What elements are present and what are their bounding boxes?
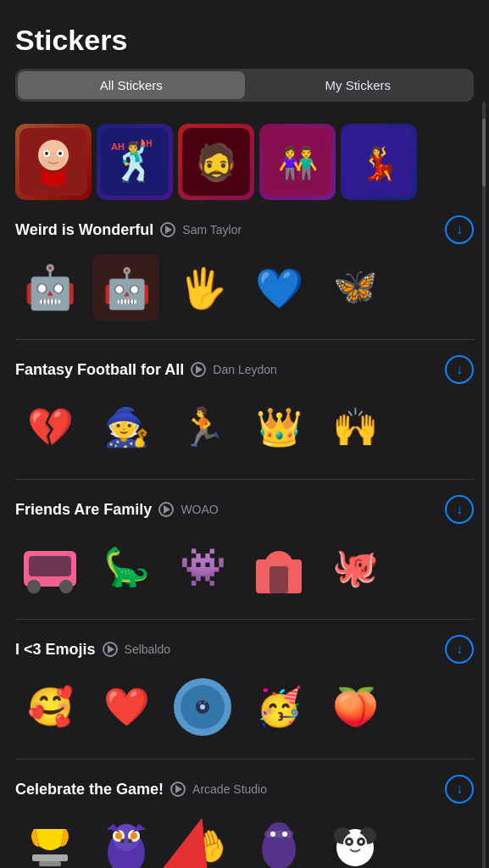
svg-text:💃: 💃 bbox=[359, 144, 400, 183]
tab-all-stickers[interactable]: All Stickers bbox=[18, 71, 245, 99]
section-fantasy-football: Fantasy Football for All Dan Leydon ↓ 💔 bbox=[15, 355, 474, 462]
download-button[interactable]: ↓ bbox=[445, 495, 474, 524]
svg-rect-49 bbox=[39, 861, 61, 866]
featured-sticker-4[interactable]: 👫 bbox=[259, 124, 336, 200]
download-button[interactable]: ↓ bbox=[445, 215, 474, 244]
svg-text:🤲: 🤲 bbox=[180, 825, 226, 868]
svg-text:🧙: 🧙 bbox=[103, 405, 150, 449]
section-title-group: I <3 Emojis Selbaldo bbox=[15, 641, 170, 659]
play-triangle bbox=[108, 645, 114, 654]
svg-point-69 bbox=[347, 840, 351, 843]
play-icon[interactable] bbox=[191, 362, 206, 377]
sticker-item[interactable] bbox=[320, 812, 390, 868]
svg-text:💙: 💙 bbox=[255, 265, 304, 312]
play-icon[interactable] bbox=[103, 642, 118, 657]
sticker-svg: 🧔 bbox=[182, 128, 250, 196]
svg-text:🥰: 🥰 bbox=[27, 685, 74, 729]
section-header: Weird is Wonderful Sam Taylor ↓ bbox=[15, 215, 474, 244]
section-header: Fantasy Football for All Dan Leydon ↓ bbox=[15, 355, 474, 384]
sticker-image bbox=[15, 124, 92, 200]
section-author: Sam Taylor bbox=[182, 223, 242, 236]
sticker-item[interactable]: 🦋 bbox=[320, 253, 390, 322]
svg-text:🙌: 🙌 bbox=[332, 405, 379, 449]
sticker-item[interactable] bbox=[15, 532, 85, 602]
download-button[interactable]: ↓ bbox=[445, 635, 474, 664]
section-header: Friends Are Family WOAO ↓ bbox=[15, 495, 474, 524]
sticker-item[interactable]: 🤖 bbox=[92, 253, 161, 322]
section-name: I <3 Emojis bbox=[15, 641, 96, 659]
sticker-item[interactable]: 🐙 bbox=[320, 532, 390, 602]
sticker-item[interactable]: ◉ ◉ bbox=[92, 812, 161, 868]
sticker-item[interactable]: 🙌 bbox=[320, 392, 390, 462]
svg-rect-48 bbox=[32, 854, 68, 861]
sticker-image: 🧔 bbox=[178, 124, 254, 200]
section-author: Dan Leydon bbox=[213, 363, 277, 376]
sticker-item[interactable]: 🤲 bbox=[168, 812, 237, 868]
sticker-svg: 💃 bbox=[345, 128, 413, 196]
section-title-group: Fantasy Football for All Dan Leydon bbox=[15, 361, 277, 379]
svg-text:🖐️: 🖐️ bbox=[179, 265, 228, 312]
play-triangle bbox=[165, 225, 172, 234]
sticker-item[interactable]: 🥰 bbox=[15, 672, 85, 742]
svg-point-70 bbox=[359, 840, 363, 843]
sticker-item[interactable]: 🤖 bbox=[15, 253, 85, 322]
svg-point-7 bbox=[58, 152, 62, 155]
play-icon[interactable] bbox=[170, 782, 186, 797]
page-header: Stickers All Stickers My Stickers bbox=[0, 0, 489, 124]
section-name: Weird is Wonderful bbox=[15, 221, 153, 239]
divider bbox=[15, 619, 474, 620]
sticker-item[interactable]: 💔 bbox=[15, 392, 85, 462]
svg-text:🤖: 🤖 bbox=[103, 265, 152, 312]
sticker-row: 🤖 🤖 🖐️ 💙 bbox=[15, 253, 474, 322]
play-icon[interactable] bbox=[158, 502, 174, 517]
sticker-item[interactable]: 🥳 bbox=[244, 672, 314, 742]
svg-text:👑: 👑 bbox=[256, 405, 303, 449]
svg-text:AH: AH bbox=[140, 139, 152, 148]
download-button[interactable]: ↓ bbox=[445, 775, 474, 804]
svg-text:🤖: 🤖 bbox=[24, 262, 77, 313]
svg-text:👾: 👾 bbox=[180, 545, 226, 589]
svg-point-31 bbox=[27, 580, 41, 593]
sticker-item[interactable]: ❤️ bbox=[92, 672, 161, 742]
section-header: I <3 Emojis Selbaldo ↓ bbox=[15, 635, 474, 664]
section-celebrate: Celebrate the Game! Arcade Studio ↓ bbox=[15, 775, 474, 868]
play-triangle bbox=[175, 785, 182, 793]
featured-sticker-1[interactable] bbox=[15, 124, 92, 200]
sticker-item[interactable]: 🎵 bbox=[168, 672, 237, 742]
sticker-item[interactable]: 🍑 bbox=[320, 672, 390, 742]
svg-text:🧔: 🧔 bbox=[194, 142, 239, 184]
section-author: WOAO bbox=[181, 503, 218, 516]
featured-sticker-3[interactable]: 🧔 bbox=[178, 124, 254, 200]
tab-my-stickers[interactable]: My Stickers bbox=[245, 71, 472, 99]
sticker-svg bbox=[19, 128, 87, 196]
sticker-item[interactable]: 🧙 bbox=[92, 392, 161, 462]
section-emojis: I <3 Emojis Selbaldo ↓ 🥰 bbox=[15, 635, 474, 742]
sticker-item[interactable]: 🦕 bbox=[92, 532, 161, 602]
play-icon[interactable] bbox=[160, 222, 175, 237]
sticker-item[interactable]: 💙 bbox=[244, 253, 314, 322]
section-title-group: Friends Are Family WOAO bbox=[15, 501, 219, 519]
svg-text:🍑: 🍑 bbox=[332, 685, 379, 729]
svg-text:🦋: 🦋 bbox=[333, 265, 378, 308]
sticker-item[interactable]: 🏃 bbox=[168, 392, 237, 462]
download-arrow-icon: ↓ bbox=[456, 363, 463, 376]
scrollbar-track[interactable] bbox=[482, 102, 486, 868]
sticker-row: 🦕 👾 bbox=[15, 532, 474, 602]
sticker-item[interactable]: 🖐️ bbox=[168, 253, 237, 322]
svg-point-62 bbox=[282, 832, 287, 837]
download-button[interactable]: ↓ bbox=[445, 355, 474, 384]
divider bbox=[15, 479, 474, 480]
sticker-item[interactable] bbox=[244, 532, 314, 602]
section-header: Celebrate the Game! Arcade Studio ↓ bbox=[15, 775, 474, 804]
featured-sticker-2[interactable]: 🕺 AH AH bbox=[97, 124, 173, 200]
svg-text:🎵: 🎵 bbox=[197, 694, 208, 705]
scrollbar-thumb[interactable] bbox=[482, 119, 486, 186]
sticker-item[interactable] bbox=[15, 812, 85, 868]
download-arrow-icon: ↓ bbox=[456, 643, 463, 656]
sticker-item[interactable] bbox=[244, 812, 314, 868]
featured-sticker-5[interactable]: 💃 bbox=[341, 124, 417, 200]
sticker-item[interactable]: 👾 bbox=[168, 532, 237, 602]
tab-bar: All Stickers My Stickers bbox=[15, 69, 474, 102]
svg-text:🦕: 🦕 bbox=[103, 545, 150, 589]
sticker-item[interactable]: 👑 bbox=[244, 392, 314, 462]
